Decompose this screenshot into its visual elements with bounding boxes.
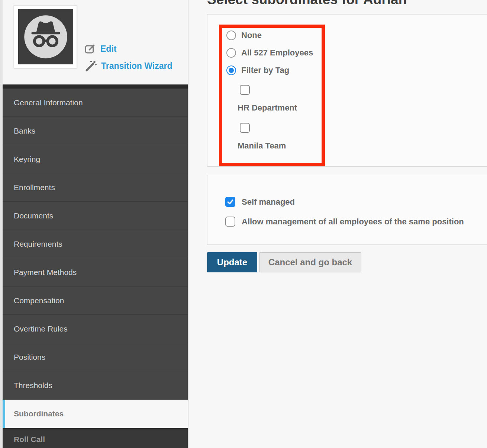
radio-filter-by-tag-label: Filter by Tag: [241, 65, 289, 75]
allow-management-label: Allow management of all employees of the…: [242, 217, 464, 227]
tag-option-hr-department: HR Department: [238, 85, 334, 113]
sidebar-item-keyring[interactable]: Keyring: [3, 145, 188, 173]
tag-hr-department-label: HR Department: [238, 103, 334, 113]
sidebar-item-payment-methods[interactable]: Payment Methods: [3, 258, 188, 287]
radio-all-employees-label: All 527 Employees: [241, 48, 313, 58]
profile-actions: Edit Transition Wizard: [85, 43, 172, 77]
sidebar-item-thresholds[interactable]: Thresholds: [3, 371, 188, 400]
sidebar-item-overtime-rules[interactable]: Overtime Rules: [3, 315, 188, 343]
checkbox-allow-management[interactable]: [225, 217, 235, 227]
sidebar-content-divider: [188, 0, 188, 448]
sidebar-item-banks[interactable]: Banks: [3, 117, 188, 145]
sidebar-item-compensation[interactable]: Compensation: [3, 287, 188, 315]
tag-manila-team-label: Manila Team: [238, 141, 334, 151]
checkmark-icon: [226, 198, 234, 206]
tag-option-manila-team: Manila Team: [238, 123, 334, 151]
transition-wizard-link[interactable]: Transition Wizard: [85, 60, 172, 72]
sidebar-item-documents[interactable]: Documents: [3, 202, 188, 230]
self-managed-label: Self managed: [242, 197, 295, 207]
sidebar-item-roll-call[interactable]: Roll Call: [3, 428, 188, 448]
sidebar-item-general-information[interactable]: General Information: [3, 89, 188, 117]
transition-wizard-link-label: Transition Wizard: [101, 61, 172, 71]
update-button[interactable]: Update: [207, 252, 257, 272]
checkbox-manila-team[interactable]: [240, 123, 250, 133]
edit-link[interactable]: Edit: [85, 43, 172, 54]
self-managed-option[interactable]: Self managed: [225, 197, 295, 207]
sidebar-item-subordinates[interactable]: Subordinates: [3, 400, 188, 428]
checkbox-self-managed[interactable]: [225, 197, 235, 207]
employee-avatar[interactable]: [14, 5, 77, 68]
sidebar: Edit Transition Wizard General Informati…: [3, 0, 188, 448]
radio-option-all-employees[interactable]: All 527 Employees: [226, 48, 313, 58]
magic-wand-icon: [85, 60, 97, 72]
checkbox-hr-department[interactable]: [240, 85, 250, 95]
sidebar-item-requirements[interactable]: Requirements: [3, 230, 188, 258]
sidebar-menu: General Information Banks Keyring Enroll…: [3, 84, 188, 448]
page-title: Select subordinates for Adrian: [207, 0, 407, 7]
edit-link-label: Edit: [100, 44, 116, 54]
subordinates-radio-group: None All 527 Employees Filter by Tag: [226, 31, 313, 83]
allow-management-option[interactable]: Allow management of all employees of the…: [225, 217, 464, 227]
menu-top-strip: [3, 84, 188, 89]
radio-none[interactable]: [226, 31, 236, 40]
radio-none-label: None: [241, 31, 262, 40]
management-options-panel: [207, 175, 487, 245]
sidebar-item-positions[interactable]: Positions: [3, 343, 188, 371]
radio-option-filter-by-tag[interactable]: Filter by Tag: [226, 65, 313, 75]
left-edge-strip: [0, 0, 3, 448]
cancel-button[interactable]: Cancel and go back: [259, 252, 361, 272]
radio-option-none[interactable]: None: [226, 31, 313, 40]
radio-filter-by-tag[interactable]: [226, 65, 236, 75]
incognito-avatar-icon: [18, 9, 73, 64]
sidebar-item-enrollments[interactable]: Enrollments: [3, 173, 188, 202]
radio-all-employees[interactable]: [226, 48, 236, 58]
pencil-square-icon: [85, 43, 96, 54]
